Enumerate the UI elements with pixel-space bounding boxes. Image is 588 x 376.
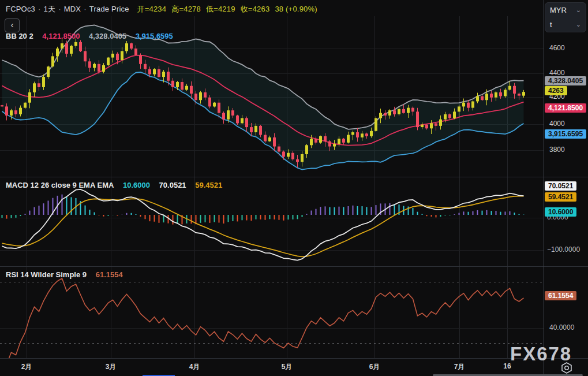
macd-legend[interactable]: MACD 12 26 close 9 EMA EMA 10.6000 70.05…	[6, 181, 222, 189]
low-value: 低=4219	[206, 5, 235, 13]
macd-hist-value: 10.6000	[123, 181, 150, 189]
time-axis-label[interactable]: 2月	[21, 362, 32, 372]
change-value: 38 (+0.90%)	[275, 5, 317, 13]
rsi-badge: 61.1554	[545, 291, 576, 300]
macd-badge: 59.4521	[545, 192, 576, 202]
time-axis-label[interactable]: 6月	[369, 362, 380, 372]
macd-axis-tick: −100.0000	[547, 245, 580, 254]
price-axis-tick: 4000	[549, 120, 565, 128]
macd-title: MACD 12 26 close 9 EMA EMA	[6, 181, 114, 189]
settings-icon[interactable]	[559, 361, 575, 375]
macd-signal-value: 59.4521	[195, 181, 222, 189]
time-axis-label[interactable]: 5月	[282, 362, 293, 372]
high-value: 高=4278	[171, 5, 201, 13]
macd-badge: 70.0521	[545, 181, 576, 191]
chevron-left-icon: ‹	[11, 20, 14, 29]
price-axis-tick: 4600	[549, 44, 565, 52]
price-axis-tick: 3800	[549, 146, 565, 154]
back-button[interactable]: ‹	[5, 18, 20, 32]
separator-dot: ·	[84, 5, 87, 13]
unit-dropdown[interactable]: t ⌄	[545, 17, 586, 32]
time-axis-label[interactable]: 3月	[106, 362, 117, 372]
axis-unit-panel: MYR ⌄ t ⌄	[545, 2, 586, 32]
bb-lower-value: 3,915.6595	[136, 32, 173, 40]
time-axis-label[interactable]: 7月	[454, 362, 465, 372]
macd-line-value: 70.0521	[159, 181, 186, 189]
symbol-header[interactable]: FCPOc3·1天·MDX·Trade Price 开=4234高=4278低=…	[6, 4, 323, 14]
price-badge: 4,121.8500	[545, 103, 586, 113]
price-badge: 3,915.6595	[545, 129, 586, 139]
price-axis-tick: 4400	[549, 69, 565, 77]
time-axis-label[interactable]: 4月	[189, 362, 200, 372]
macd-badge: 10.6000	[545, 207, 576, 217]
bb-upper-value: 4,328.0405	[89, 32, 126, 40]
separator-dot: ·	[58, 5, 61, 13]
symbol-name[interactable]: FCPOc3	[6, 5, 35, 13]
price-badge: 4263	[545, 86, 567, 95]
series-type-label: Trade Price	[89, 5, 129, 13]
rsi-legend[interactable]: RSI 14 Wilder Simple 9 61.1554	[6, 270, 123, 279]
price-badge: 4,328.0405	[545, 76, 586, 85]
exchange-label: MDX	[64, 5, 81, 13]
interval-label[interactable]: 1天	[44, 5, 56, 13]
separator-dot: ·	[38, 5, 41, 13]
bb-title: BB 20 2	[6, 32, 33, 40]
chart-window: FCPOc3·1天·MDX·Trade Price 开=4234高=4278低=…	[0, 0, 588, 376]
close-value: 收=4263	[241, 5, 270, 13]
chevron-down-icon: ⌄	[576, 21, 581, 28]
chevron-down-icon: ⌄	[576, 6, 581, 14]
rsi-title: RSI 14 Wilder Simple 9	[6, 270, 87, 279]
open-value: 开=4234	[137, 5, 167, 13]
rsi-value: 61.1554	[96, 270, 123, 279]
bb-middle-value: 4,121.8500	[42, 32, 80, 40]
bb-legend[interactable]: BB 20 2 4,121.8500 4,328.0405 3,915.6595	[6, 32, 173, 40]
currency-value: MYR	[550, 6, 567, 14]
currency-dropdown[interactable]: MYR ⌄	[545, 3, 586, 17]
rsi-axis-tick: 40.0000	[549, 323, 574, 332]
ohlc-values: 开=4234高=4278低=4219收=426338 (+0.90%)	[137, 5, 323, 13]
unit-value: t	[550, 20, 552, 29]
